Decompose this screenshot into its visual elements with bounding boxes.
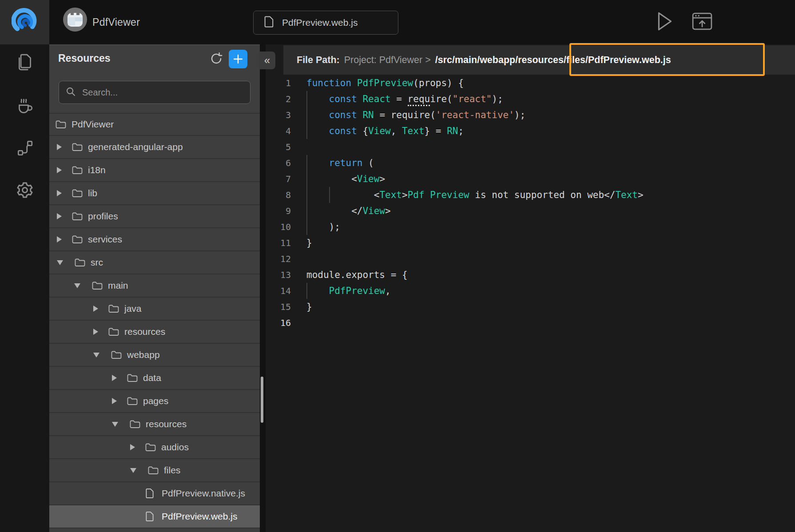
app-menu-button[interactable]: [63, 8, 87, 32]
code-line[interactable]: 13module.exports = {: [266, 267, 795, 283]
caret-down-icon[interactable]: [57, 260, 63, 265]
caret-right-icon[interactable]: [130, 444, 135, 450]
tree-row[interactable]: java: [49, 298, 260, 321]
tree-row[interactable]: webapp: [49, 344, 260, 367]
code-line[interactable]: 16: [266, 315, 795, 331]
tree-row[interactable]: audios: [49, 436, 260, 459]
tree-item-label: i18n: [88, 165, 106, 175]
tree-row[interactable]: i18n: [49, 159, 260, 182]
code-line[interactable]: 3 const RN = require('react-native');: [266, 107, 795, 123]
caret-down-icon[interactable]: [130, 468, 136, 473]
caret-right-icon[interactable]: [93, 329, 98, 335]
collapse-sidebar-button[interactable]: «: [259, 52, 275, 69]
code-line[interactable]: 8 <Text>Pdf Preview is not supported on …: [266, 187, 795, 203]
tree-row[interactable]: data: [49, 367, 260, 390]
tree-item-label: lib: [88, 188, 97, 199]
code-line-text: const RN = require('react-native');: [306, 110, 525, 120]
folder-icon: [111, 350, 122, 359]
code-line[interactable]: 5: [266, 139, 795, 155]
pages-icon: [16, 53, 34, 73]
caret-down-icon[interactable]: [112, 422, 118, 427]
tree-item-label: main: [108, 280, 128, 291]
tree-item-label: services: [88, 234, 122, 245]
brew-nav-button[interactable]: [0, 94, 49, 119]
panel-title: Resources: [58, 52, 111, 64]
caret-right-icon[interactable]: [57, 190, 62, 196]
search-box: [59, 81, 250, 104]
code-line[interactable]: 1function PdfPreview(props) {: [266, 75, 795, 91]
caret-right-icon[interactable]: [57, 213, 62, 219]
caret-right-icon[interactable]: [57, 167, 62, 173]
sidebar-gutter: [260, 44, 266, 532]
play-icon: [656, 11, 673, 33]
folder-icon: [130, 420, 140, 429]
line-number: 7: [266, 174, 291, 184]
caret-right-icon[interactable]: [112, 398, 117, 404]
code-line-text: );: [306, 222, 340, 232]
tree-row[interactable]: src: [49, 251, 260, 274]
code-line[interactable]: 2 const React = require("react");: [266, 91, 795, 107]
run-button[interactable]: [655, 12, 675, 32]
folder-icon: [72, 212, 83, 221]
tree-row[interactable]: lib: [49, 182, 260, 205]
logo-button[interactable]: [0, 0, 49, 44]
tree-item-label: resources: [146, 419, 187, 429]
sidebar-scrollbar-thumb[interactable]: [261, 377, 263, 423]
tree-item-label: files: [164, 465, 180, 476]
caret-down-icon[interactable]: [74, 283, 80, 288]
code-line[interactable]: 14 PdfPreview,: [266, 283, 795, 299]
deploy-button[interactable]: [692, 12, 712, 32]
code-line[interactable]: 6 return (: [266, 155, 795, 171]
file-path-label: File Path:: [297, 55, 340, 66]
tree-row[interactable]: services: [49, 228, 260, 251]
pages-nav-button[interactable]: [0, 51, 49, 75]
tree-row[interactable]: PdfPreview.native.js: [49, 482, 260, 505]
tree-item-label: pages: [143, 396, 168, 406]
code-line[interactable]: 15}: [266, 299, 795, 315]
tree-row[interactable]: main: [49, 274, 260, 298]
folder-icon: [72, 189, 83, 198]
workflow-icon: [16, 139, 34, 159]
folder-icon: [145, 443, 156, 452]
settings-nav-button[interactable]: [0, 179, 49, 203]
code-line[interactable]: 9 </View>: [266, 203, 795, 219]
tree-row[interactable]: resources: [49, 321, 260, 344]
tree-row[interactable]: files: [49, 459, 260, 482]
folder-icon: [148, 466, 159, 475]
tree-item-label: generated-angular-app: [88, 142, 183, 152]
line-number: 1: [266, 78, 291, 88]
add-resource-button[interactable]: [229, 50, 247, 68]
caret-right-icon[interactable]: [57, 236, 62, 242]
code-area[interactable]: 1function PdfPreview(props) {2 const Rea…: [266, 75, 795, 532]
left-rail: [0, 44, 49, 532]
line-number: 5: [266, 142, 291, 152]
caret-right-icon[interactable]: [93, 306, 98, 312]
app-title: PdfViewer: [92, 0, 140, 44]
indent-guide: [306, 155, 307, 235]
deploy-window-up-icon: [692, 11, 712, 33]
caret-right-icon[interactable]: [112, 375, 117, 381]
code-line[interactable]: 10 );: [266, 219, 795, 235]
search-input[interactable]: [81, 87, 244, 98]
tree-row[interactable]: resources: [49, 413, 260, 436]
tree-row[interactable]: profiles: [49, 205, 260, 228]
caret-right-icon[interactable]: [57, 144, 62, 150]
tree-row[interactable]: PdfPreview.web.js: [49, 505, 260, 528]
file-tab[interactable]: PdfPreview.web.js: [253, 11, 398, 35]
tree-item-label: data: [143, 373, 161, 383]
tree-row[interactable]: pages: [49, 390, 260, 413]
code-line-text: PdfPreview,: [306, 286, 391, 296]
tree-item-label: PdfViewer: [72, 119, 114, 130]
code-line-text: }: [306, 302, 312, 312]
tree-row[interactable]: generated-angular-app: [49, 136, 260, 159]
refresh-button[interactable]: [208, 52, 224, 67]
code-line[interactable]: 11}: [266, 235, 795, 251]
code-line[interactable]: 12: [266, 251, 795, 267]
code-line[interactable]: 7 <View>: [266, 171, 795, 187]
workflow-nav-button[interactable]: [0, 136, 49, 161]
tree-row[interactable]: PdfViewer: [49, 113, 260, 136]
code-line[interactable]: 4 const {View, Text} = RN;: [266, 123, 795, 139]
tree-item-label: java: [124, 303, 142, 314]
caret-down-icon[interactable]: [93, 353, 99, 357]
line-number: 14: [266, 286, 291, 296]
